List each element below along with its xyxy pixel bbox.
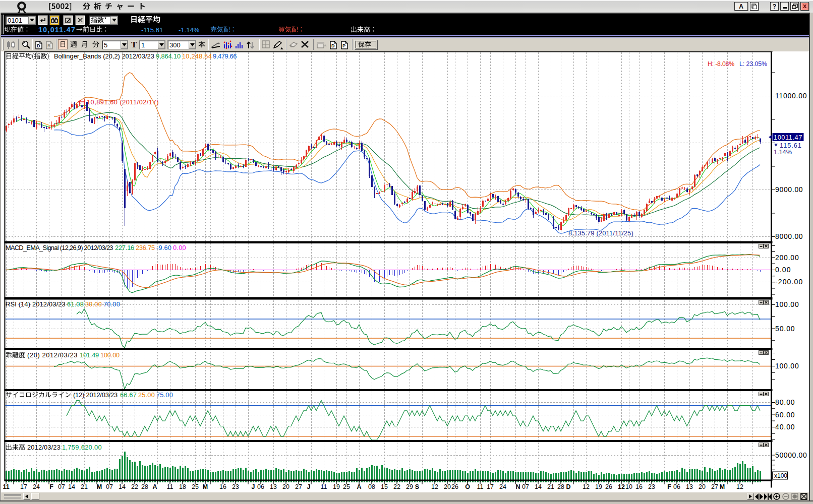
svg-text:A: A xyxy=(357,483,361,490)
svg-text:A: A xyxy=(152,483,157,490)
svg-text:MACD_EMA_Signal (12,26,9) 2012: MACD_EMA_Signal (12,26,9) 2012/03/23 xyxy=(6,244,113,251)
svg-text:O: O xyxy=(465,483,470,490)
svg-text:J: J xyxy=(252,483,255,490)
svg-text:24: 24 xyxy=(499,483,506,490)
svg-text:100.00: 100.00 xyxy=(100,351,120,359)
svg-text:F: F xyxy=(667,483,671,490)
svg-text:RSI (14) 2012/03/23: RSI (14) 2012/03/23 xyxy=(6,300,66,308)
svg-text:13: 13 xyxy=(686,483,693,490)
svg-text:8000.00: 8000.00 xyxy=(775,232,803,240)
svg-text:80.00: 80.00 xyxy=(775,398,795,406)
svg-text:27: 27 xyxy=(711,483,718,490)
svg-text:(12) 2012/03/23: (12) 2012/03/23 xyxy=(73,391,118,399)
svg-text:23: 23 xyxy=(648,483,655,490)
svg-text:9,479.66: 9,479.66 xyxy=(213,52,237,60)
svg-text:R: R xyxy=(47,43,51,48)
svg-text:D: D xyxy=(331,43,335,48)
svg-text:70.00: 70.00 xyxy=(103,300,120,308)
svg-text:14: 14 xyxy=(68,483,75,490)
svg-text:L: 23.05%: L: 23.05% xyxy=(739,60,767,68)
svg-text:75.00: 75.00 xyxy=(156,391,173,399)
svg-text:18: 18 xyxy=(179,483,186,490)
svg-text:10011.47: 10011.47 xyxy=(774,134,802,141)
svg-text:60.00: 60.00 xyxy=(775,411,795,419)
svg-text:25: 25 xyxy=(192,483,199,490)
svg-text:1,759,620.00: 1,759,620.00 xyxy=(62,444,102,451)
svg-text:D: D xyxy=(37,43,40,48)
svg-text:P: P xyxy=(342,43,345,48)
svg-text:11: 11 xyxy=(167,483,173,490)
svg-text:200.00: 200.00 xyxy=(775,254,799,262)
svg-text:29: 29 xyxy=(406,483,413,490)
svg-text:16: 16 xyxy=(219,483,226,490)
svg-text:24: 24 xyxy=(33,483,40,490)
svg-text:20: 20 xyxy=(282,483,289,490)
svg-text:26: 26 xyxy=(451,483,458,490)
svg-text:10: 10 xyxy=(625,483,632,490)
svg-text:12: 12 xyxy=(583,483,590,490)
svg-text:12: 12 xyxy=(618,483,625,490)
svg-text:12: 12 xyxy=(736,483,743,490)
svg-text:25.00: 25.00 xyxy=(138,391,155,399)
svg-text:M: M xyxy=(720,483,725,490)
svg-text:21: 21 xyxy=(81,483,88,490)
svg-text:9,864.10: 9,864.10 xyxy=(156,52,181,60)
svg-text:S: S xyxy=(415,483,419,490)
svg-text:17: 17 xyxy=(487,483,494,490)
svg-text:-9.60: -9.60 xyxy=(156,244,171,251)
svg-text:07: 07 xyxy=(106,483,113,490)
svg-text:30.00: 30.00 xyxy=(85,300,102,308)
svg-text:06: 06 xyxy=(257,483,264,490)
svg-text:x100: x100 xyxy=(774,472,787,479)
svg-text:15: 15 xyxy=(381,483,388,490)
svg-text:28: 28 xyxy=(141,483,148,490)
svg-text:227.16: 227.16 xyxy=(115,244,134,251)
svg-text:27: 27 xyxy=(295,483,302,490)
svg-text:16: 16 xyxy=(635,483,643,490)
svg-text:Bollinger_Bands (20,2) 2012/03: Bollinger_Bands (20,2) 2012/03/23 xyxy=(54,52,154,60)
svg-text:11: 11 xyxy=(321,483,327,490)
svg-text:21: 21 xyxy=(547,483,554,490)
svg-text:8,135.79 (2011/11/25): 8,135.79 (2011/11/25) xyxy=(568,229,633,237)
svg-text:22: 22 xyxy=(131,483,138,490)
svg-text:11: 11 xyxy=(477,483,484,490)
svg-text:9000.00: 9000.00 xyxy=(775,185,803,194)
svg-text:17: 17 xyxy=(20,483,27,490)
svg-text:66.67: 66.67 xyxy=(120,391,137,399)
svg-text:11: 11 xyxy=(3,483,9,490)
svg-text:M: M xyxy=(97,483,102,490)
svg-text:2012/03/23: 2012/03/23 xyxy=(27,444,61,451)
svg-text:1.14%: 1.14% xyxy=(774,148,792,156)
svg-text:14: 14 xyxy=(535,483,542,490)
svg-text:J: J xyxy=(307,483,311,490)
svg-text:(20) 2012/03/23: (20) 2012/03/23 xyxy=(27,351,78,359)
svg-text:101.49: 101.49 xyxy=(80,351,99,359)
svg-text:50.00: 50.00 xyxy=(775,325,795,333)
svg-text:F: F xyxy=(49,483,53,490)
svg-text:100.00: 100.00 xyxy=(775,300,799,308)
svg-text:07: 07 xyxy=(522,483,529,490)
svg-text:-200.00: -200.00 xyxy=(775,278,803,286)
svg-text:236.75: 236.75 xyxy=(136,244,155,251)
svg-text:M: M xyxy=(203,483,208,490)
svg-text:11000.00: 11000.00 xyxy=(775,92,807,100)
svg-text:22: 22 xyxy=(393,483,400,490)
svg-text:26: 26 xyxy=(605,483,612,490)
svg-text:25: 25 xyxy=(343,483,350,490)
svg-text:20: 20 xyxy=(444,483,451,490)
svg-text:61.08: 61.08 xyxy=(67,300,84,308)
svg-text:06: 06 xyxy=(673,483,680,490)
svg-text:0.00: 0.00 xyxy=(173,244,186,251)
svg-text:H: -8.08%: H: -8.08% xyxy=(708,60,734,68)
svg-text:10,248.54: 10,248.54 xyxy=(182,52,212,60)
svg-text:13: 13 xyxy=(270,483,277,490)
svg-text:07: 07 xyxy=(58,483,65,490)
svg-text:28: 28 xyxy=(557,483,564,490)
svg-text:20: 20 xyxy=(699,483,706,490)
svg-text:40.00: 40.00 xyxy=(775,423,795,431)
svg-text:D: D xyxy=(566,483,570,490)
svg-text:N: N xyxy=(515,483,520,490)
svg-text:23: 23 xyxy=(232,483,239,490)
svg-text:19: 19 xyxy=(333,483,340,490)
svg-text:50000.00: 50000.00 xyxy=(775,451,807,459)
